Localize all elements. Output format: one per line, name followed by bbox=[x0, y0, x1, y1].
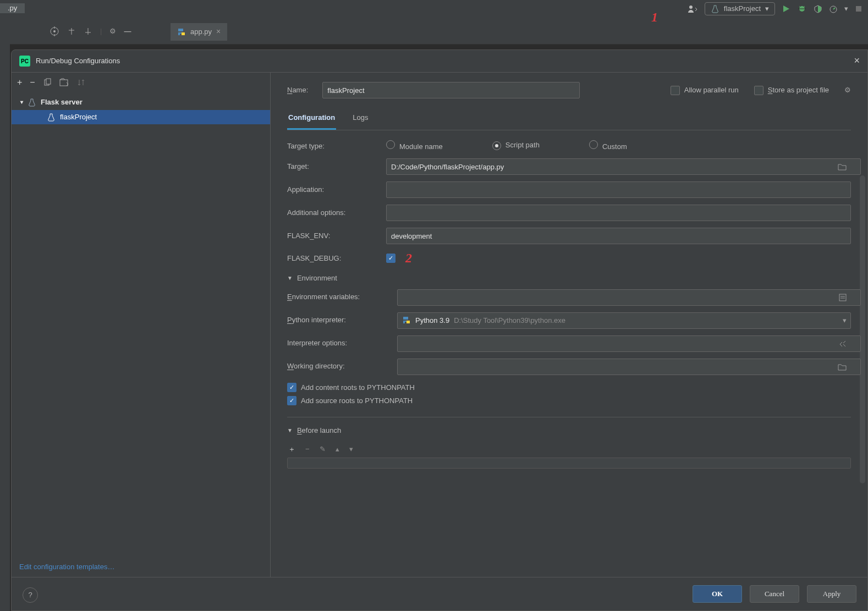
tree-group-flask[interactable]: ▾ Flask server bbox=[12, 95, 270, 109]
before-launch-label: Before launch bbox=[297, 426, 341, 436]
interpreter-select[interactable]: Python 3.9 D:\Study Tool\Python39\python… bbox=[397, 312, 851, 329]
before-launch-section[interactable]: ▼ Before launch bbox=[287, 426, 851, 436]
expand-icon[interactable] bbox=[839, 340, 847, 348]
flask-debug-label: FLASK_DEBUG: bbox=[287, 254, 386, 263]
run-config-selector[interactable]: flaskProject ▾ bbox=[705, 2, 775, 15]
working-directory-input[interactable] bbox=[397, 359, 861, 375]
flask-env-input[interactable] bbox=[386, 228, 851, 244]
svg-rect-16 bbox=[46, 79, 51, 84]
interpreter-options-input[interactable] bbox=[397, 335, 861, 352]
help-button[interactable]: ? bbox=[23, 587, 38, 603]
flask-env-label: FLASK_ENV: bbox=[287, 231, 386, 241]
name-input[interactable] bbox=[322, 82, 580, 98]
store-as-file-checkbox[interactable]: Store as project file bbox=[754, 85, 829, 95]
target-label: Target: bbox=[287, 162, 386, 172]
chevron-down-icon: ▼ bbox=[287, 427, 293, 434]
add-source-roots-checkbox[interactable]: Add source roots to PYTHONPATH bbox=[287, 396, 851, 406]
run-config-label: flaskProject bbox=[724, 4, 761, 14]
svg-rect-21 bbox=[406, 321, 410, 323]
flask-icon bbox=[711, 4, 719, 13]
run-debug-configurations-dialog: PC Run/Debug Configurations × + − ▾ Flas… bbox=[11, 49, 868, 611]
add-content-roots-checkbox[interactable]: Add content roots to PYTHONPATH bbox=[287, 383, 851, 393]
target-input[interactable] bbox=[386, 158, 861, 175]
interpreter-label: Python interpreter: bbox=[287, 315, 397, 325]
chevron-down-icon: ▼ bbox=[287, 274, 293, 282]
svg-rect-12 bbox=[182, 32, 185, 35]
collapse-icon[interactable] bbox=[84, 27, 92, 36]
gear-icon[interactable]: ⚙ bbox=[844, 85, 851, 95]
dialog-title: Run/Debug Configurations bbox=[36, 56, 120, 66]
radio-custom[interactable]: Custom bbox=[589, 140, 627, 152]
folder-icon[interactable] bbox=[838, 363, 847, 371]
profiler-icon[interactable] bbox=[829, 4, 838, 13]
save-template-icon[interactable] bbox=[59, 78, 69, 87]
tree-item-label: flaskProject bbox=[60, 112, 97, 122]
svg-line-4 bbox=[804, 6, 805, 7]
application-input[interactable] bbox=[386, 181, 851, 198]
environment-section-label: Environment bbox=[297, 273, 337, 283]
folder-icon[interactable] bbox=[838, 163, 847, 170]
stop-button bbox=[855, 5, 862, 13]
config-tabs: Configuration Logs bbox=[287, 108, 851, 130]
remove-button[interactable]: − bbox=[30, 76, 35, 89]
env-vars-label: Environment variables: bbox=[287, 292, 397, 302]
interpreter-options-label: Interpreter options: bbox=[287, 338, 397, 348]
add-content-roots-label: Add content roots to PYTHONPATH bbox=[301, 383, 415, 393]
env-vars-input[interactable] bbox=[397, 289, 861, 306]
chevron-down-icon[interactable]: ▾ bbox=[843, 315, 847, 325]
active-file-tab[interactable]: .py bbox=[0, 3, 25, 13]
sort-icon[interactable] bbox=[77, 78, 87, 87]
additional-options-input[interactable] bbox=[386, 205, 851, 221]
radio-module-name[interactable]: Module name bbox=[386, 140, 443, 152]
expand-icon[interactable] bbox=[67, 27, 76, 36]
left-gutter bbox=[0, 44, 10, 611]
chevron-down-icon: ▾ bbox=[765, 4, 769, 14]
svg-rect-18 bbox=[839, 294, 846, 301]
tree-item-flaskproject[interactable]: flaskProject bbox=[12, 110, 270, 124]
add-button[interactable]: ＋ bbox=[288, 444, 295, 454]
user-icon[interactable] bbox=[687, 4, 698, 13]
working-directory-label: Working directory: bbox=[287, 361, 397, 371]
minimize-icon[interactable]: — bbox=[124, 26, 131, 36]
run-button[interactable] bbox=[782, 4, 790, 13]
annotation-2: 2 bbox=[405, 251, 412, 266]
interpreter-path: D:\Study Tool\Python39\python.exe bbox=[454, 316, 565, 324]
python-icon bbox=[402, 316, 411, 325]
svg-line-3 bbox=[799, 6, 800, 7]
apply-button[interactable]: Apply bbox=[807, 585, 856, 603]
pycharm-icon: PC bbox=[19, 56, 30, 67]
tab-logs[interactable]: Logs bbox=[351, 108, 369, 130]
allow-parallel-checkbox[interactable]: Allow parallel run bbox=[671, 85, 739, 95]
remove-button: − bbox=[305, 444, 310, 454]
editor-tab[interactable]: app.py × bbox=[171, 23, 227, 41]
ok-button[interactable]: OK bbox=[693, 585, 742, 603]
editor-tab-label: app.py bbox=[190, 27, 212, 37]
svg-rect-7 bbox=[856, 6, 861, 12]
gear-icon[interactable]: ⚙ bbox=[109, 26, 116, 36]
list-icon[interactable] bbox=[839, 294, 847, 301]
scrollbar[interactable] bbox=[860, 175, 865, 483]
cancel-button[interactable]: Cancel bbox=[750, 585, 799, 603]
copy-icon[interactable] bbox=[43, 78, 52, 87]
add-source-roots-label: Add source roots to PYTHONPATH bbox=[301, 396, 413, 406]
tab-configuration[interactable]: Configuration bbox=[287, 108, 336, 130]
edit-icon: ✎ bbox=[320, 444, 326, 454]
svg-line-6 bbox=[833, 8, 835, 9]
move-down-icon: ▾ bbox=[349, 444, 353, 454]
chevron-down-icon[interactable]: ▾ bbox=[844, 4, 848, 14]
environment-section[interactable]: ▼ Environment bbox=[287, 273, 851, 283]
annotation-1: 1 bbox=[651, 10, 658, 25]
close-icon[interactable]: × bbox=[854, 54, 860, 68]
add-button[interactable]: + bbox=[17, 76, 22, 89]
debug-button[interactable] bbox=[797, 4, 807, 13]
edit-templates-link[interactable]: Edit configuration templates… bbox=[12, 557, 270, 577]
coverage-icon[interactable] bbox=[814, 4, 822, 13]
target-type-label: Target type: bbox=[287, 141, 386, 151]
target-icon[interactable] bbox=[50, 26, 59, 36]
radio-script-path[interactable]: Script path bbox=[492, 140, 540, 152]
close-icon[interactable]: × bbox=[216, 26, 221, 37]
application-label: Application: bbox=[287, 185, 386, 195]
name-label: Name: bbox=[287, 85, 308, 95]
flask-debug-checkbox[interactable] bbox=[386, 254, 395, 263]
interpreter-name: Python 3.9 bbox=[415, 316, 449, 324]
